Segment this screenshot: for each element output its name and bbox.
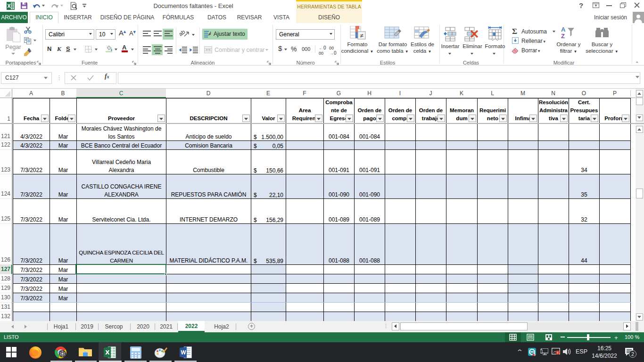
svg-text:Z: Z [561,33,565,39]
svg-text:A: A [561,26,566,33]
svg-text:!: ! [534,353,535,356]
svg-text:≠: ≠ [360,32,363,39]
svg-text:!: ! [557,351,559,355]
